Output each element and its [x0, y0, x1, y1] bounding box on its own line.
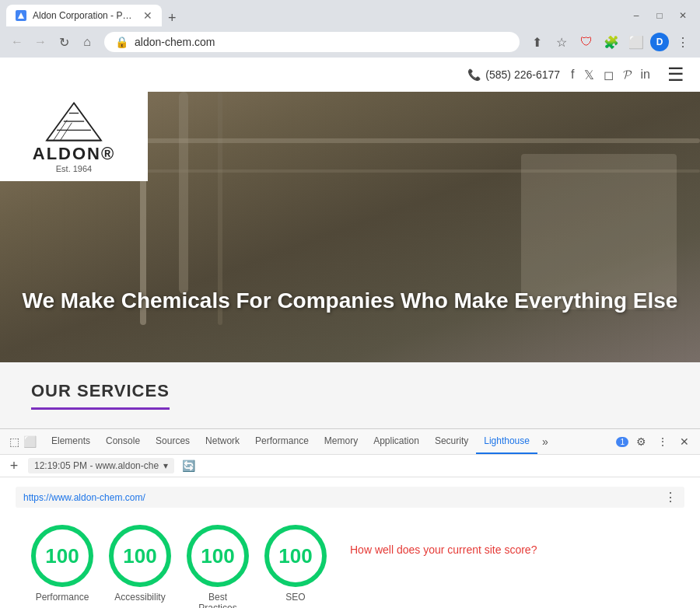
score-seo: 100 SEO [264, 525, 327, 603]
hero-section: ALDON® Est. 1964 We Make Chemicals For C… [0, 92, 700, 362]
tab-memory[interactable]: Memory [317, 429, 366, 454]
score-label-performance: Performance [36, 592, 89, 603]
hamburger-menu[interactable]: ☰ [667, 64, 684, 86]
score-circle-best-practices: 100 [187, 525, 249, 587]
logo-svg [39, 100, 109, 144]
site-header: 📞 (585) 226-6177 f 𝕏 ◻ 𝓟 in ☰ [0, 58, 700, 92]
lock-icon: 🔒 [115, 36, 128, 48]
phone-icon: 📞 [467, 68, 481, 81]
tab-performance[interactable]: Performance [247, 429, 317, 454]
lighthouse-url-menu[interactable]: ⋮ [664, 490, 677, 505]
logo-est: Est. 1964 [56, 164, 92, 173]
new-tab-button[interactable]: + [162, 10, 183, 26]
hero-headline: We Make Chemicals For Companies Who Make… [16, 285, 684, 316]
bookmark-icon[interactable]: ☆ [551, 31, 572, 53]
devtools-url-dropdown[interactable]: ▾ [163, 460, 168, 471]
score-performance: 100 Performance [31, 525, 93, 603]
site-phone: 📞 (585) 226-6177 [467, 68, 560, 81]
profile-avatar[interactable]: D [650, 33, 669, 51]
notification-badge: 1 [616, 437, 628, 447]
devtools-device-button[interactable]: ⬜ [22, 434, 37, 449]
devtools-timestamp: 12:19:05 PM - www.aldon-che [34, 460, 159, 471]
instagram-icon[interactable]: ◻ [604, 68, 614, 82]
browser-tab-active[interactable]: Aldon Corporation - Private Labe ✕ [6, 5, 162, 26]
window-controls: – □ ✕ [625, 5, 694, 26]
services-title: OUR SERVICES [31, 381, 170, 410]
home-button[interactable]: ⌂ [76, 31, 98, 53]
tab-security[interactable]: Security [427, 429, 476, 454]
tab-favicon [16, 10, 26, 21]
devtools-more-icon[interactable]: ⋮ [653, 432, 672, 451]
score-circle-accessibility: 100 [109, 525, 171, 587]
lighthouse-panel: https://www.aldon-chem.com/ ⋮ 100 Perfor… [0, 477, 700, 608]
score-label-accessibility: Accessibility [114, 592, 165, 603]
sidebar-icon[interactable]: ⬜ [625, 31, 647, 53]
tab-bar: Aldon Corporation - Private Labe ✕ + [6, 5, 622, 26]
facebook-icon[interactable]: f [571, 68, 574, 82]
devtools-reload-icon[interactable]: 🔄 [180, 458, 196, 473]
linkedin-icon[interactable]: in [641, 68, 650, 82]
nav-buttons: ← → ↻ ⌂ [6, 31, 98, 53]
devtools-close-icon[interactable]: ✕ [675, 432, 694, 451]
score-circle-seo: 100 [264, 525, 327, 587]
score-value-performance: 100 [45, 544, 79, 568]
logo-name: ALDON® [33, 144, 115, 164]
address-bar[interactable]: 🔒 aldon-chem.com [104, 32, 520, 52]
forward-button[interactable]: → [30, 31, 51, 53]
menu-icon[interactable]: ⋮ [672, 31, 694, 53]
score-label-best-practices: BestPractices [198, 592, 236, 608]
lighthouse-scores-row: 100 Performance 100 Accessibility 100 Be… [16, 517, 684, 608]
close-button[interactable]: ✕ [672, 5, 694, 26]
svg-marker-0 [18, 12, 24, 19]
lighthouse-cta-text: How well does your current site score? [350, 543, 537, 556]
devtools-settings-icon[interactable]: ⚙ [632, 432, 650, 451]
company-logo-container: ALDON® Est. 1964 [0, 92, 148, 181]
tab-more-button[interactable]: » [537, 429, 553, 454]
score-label-seo: SEO [285, 592, 305, 603]
pinterest-icon[interactable]: 𝓟 [623, 68, 632, 82]
social-icons: f 𝕏 ◻ 𝓟 in [571, 68, 650, 82]
tab-title: Aldon Corporation - Private Labe [33, 10, 134, 21]
url-text: aldon-chem.com [135, 36, 509, 48]
devtools-right-icons: 1 ⚙ ⋮ ✕ [616, 432, 694, 451]
tab-console[interactable]: Console [98, 429, 148, 454]
services-section: OUR SERVICES [0, 362, 700, 428]
address-bar-row: ← → ↻ ⌂ 🔒 aldon-chem.com ⬆ ☆ 🛡 🧩 ⬜ D ⋮ [0, 26, 700, 58]
tab-application[interactable]: Application [366, 429, 427, 454]
restore-button[interactable]: □ [649, 5, 670, 26]
devtools-inspect-button[interactable]: ⬚ [6, 434, 22, 449]
devtools-tab-bar: ⬚ ⬜ Elements Console Sources Network Per… [0, 429, 700, 455]
hero-text-area: We Make Chemicals For Companies Who Make… [16, 285, 684, 316]
score-value-best-practices: 100 [201, 544, 234, 568]
toolbar-icons: ⬆ ☆ 🛡 🧩 ⬜ D ⋮ [526, 31, 694, 53]
minimize-button[interactable]: – [625, 5, 647, 26]
browser-chrome: Aldon Corporation - Private Labe ✕ + – □… [0, 0, 700, 58]
shield-icon[interactable]: 🛡 [576, 31, 597, 53]
twitter-icon[interactable]: 𝕏 [584, 68, 594, 82]
devtools-add-button[interactable]: + [6, 458, 22, 473]
extensions-icon[interactable]: 🧩 [600, 31, 622, 53]
tab-elements[interactable]: Elements [44, 429, 98, 454]
share-icon[interactable]: ⬆ [526, 31, 548, 53]
title-bar: Aldon Corporation - Private Labe ✕ + – □… [0, 0, 700, 26]
devtools-panel: ⬚ ⬜ Elements Console Sources Network Per… [0, 428, 700, 608]
tab-network[interactable]: Network [198, 429, 247, 454]
score-circle-performance: 100 [31, 525, 93, 587]
lighthouse-url-bar: https://www.aldon-chem.com/ ⋮ [16, 487, 684, 508]
reload-button[interactable]: ↻ [53, 31, 75, 53]
lighthouse-url-text: https://www.aldon-chem.com/ [23, 492, 145, 503]
tab-close-button[interactable]: ✕ [143, 9, 152, 22]
devtools-url-bar: 12:19:05 PM - www.aldon-che ▾ [28, 458, 174, 473]
devtools-toolbar: + 12:19:05 PM - www.aldon-che ▾ 🔄 [0, 455, 700, 477]
tab-lighthouse[interactable]: Lighthouse [476, 429, 537, 454]
svg-line-7 [60, 123, 72, 141]
score-value-accessibility: 100 [123, 544, 156, 568]
score-accessibility: 100 Accessibility [109, 525, 171, 603]
back-button[interactable]: ← [6, 31, 28, 53]
tab-sources[interactable]: Sources [148, 429, 198, 454]
website-content: 📞 (585) 226-6177 f 𝕏 ◻ 𝓟 in ☰ [0, 58, 700, 428]
score-value-seo: 100 [278, 544, 312, 568]
phone-number: (585) 226-6177 [485, 68, 560, 81]
score-best-practices: 100 BestPractices [187, 525, 249, 608]
